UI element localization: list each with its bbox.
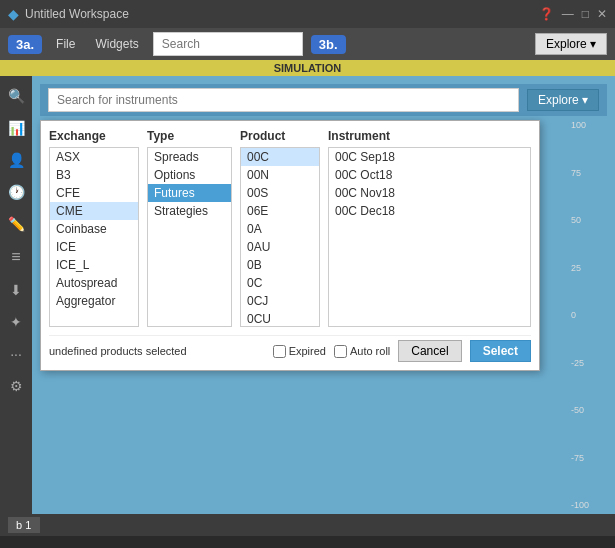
list-item[interactable]: 00C Dec18 — [329, 202, 530, 220]
product-list[interactable]: 00C 00N 00S 06E 0A 0AU 0B 0C 0CJ 0CU 0E — [240, 147, 320, 327]
y-axis: 100 75 50 25 0 -25 -50 -75 -100 — [571, 120, 611, 510]
list-item[interactable]: 00C Oct18 — [329, 166, 530, 184]
widgets-menu[interactable]: Widgets — [89, 33, 144, 55]
expired-label: Expired — [289, 345, 326, 357]
list-item[interactable]: 00C Sep18 — [329, 148, 530, 166]
y-label: 25 — [571, 263, 611, 273]
list-item[interactable]: Coinbase — [50, 220, 138, 238]
list-item[interactable]: B3 — [50, 166, 138, 184]
simulation-bar: SIMULATION — [0, 60, 615, 76]
list-item[interactable]: ASX — [50, 148, 138, 166]
app-logo: ◆ — [8, 6, 19, 22]
y-label: 0 — [571, 310, 611, 320]
type-header: Type — [147, 129, 232, 143]
tab-bar: b 1 — [0, 514, 615, 536]
sidebar-icon-user[interactable]: 👤 — [4, 148, 29, 172]
exchange-list[interactable]: ASX B3 CFE CME Coinbase ICE ICE_L Autosp… — [49, 147, 139, 327]
list-item[interactable]: 0AU — [241, 238, 319, 256]
sidebar-icon-more[interactable]: ··· — [6, 342, 26, 366]
dialog-columns: Exchange ASX B3 CFE CME Coinbase ICE ICE… — [49, 129, 531, 327]
explore-button[interactable]: Explore ▾ — [527, 89, 599, 111]
y-label: 100 — [571, 120, 611, 130]
list-item[interactable]: CME — [50, 202, 138, 220]
sidebar-icon-crosshair[interactable]: ✦ — [6, 310, 26, 334]
list-item[interactable]: 0CU — [241, 310, 319, 327]
list-item[interactable]: 00S — [241, 184, 319, 202]
sidebar-icon-clock[interactable]: 🕐 — [4, 180, 29, 204]
workspace-title: Untitled Workspace — [25, 7, 539, 21]
maximize-icon[interactable]: □ — [582, 7, 589, 21]
minimize-icon[interactable]: — — [562, 7, 574, 21]
list-item[interactable]: 0A — [241, 220, 319, 238]
list-item[interactable]: 00C — [241, 148, 319, 166]
search-instruments-input[interactable] — [48, 88, 519, 112]
y-label: 75 — [571, 168, 611, 178]
dialog-footer: undefined products selected Expired Auto… — [49, 335, 531, 362]
y-label: 50 — [571, 215, 611, 225]
y-label: -100 — [571, 500, 611, 510]
sidebar-icon-search[interactable]: 🔍 — [4, 84, 29, 108]
list-item[interactable]: Options — [148, 166, 231, 184]
file-menu[interactable]: File — [50, 33, 81, 55]
sidebar: 🔍 📊 👤 🕐 ✏️ ≡ ⬇ ✦ ··· ⚙ — [0, 76, 32, 514]
main-layout: 🔍 📊 👤 🕐 ✏️ ≡ ⬇ ✦ ··· ⚙ Explore ▾ Exchang… — [0, 76, 615, 514]
instrument-column: Instrument 00C Sep18 00C Oct18 00C Nov18… — [328, 129, 531, 327]
instrument-header: Instrument — [328, 129, 531, 143]
menu-search-input[interactable] — [153, 32, 303, 56]
annotation-3a: 3a. — [8, 35, 42, 54]
list-item[interactable]: Strategies — [148, 202, 231, 220]
list-item[interactable]: Aggregator — [50, 292, 138, 310]
exchange-column: Exchange ASX B3 CFE CME Coinbase ICE ICE… — [49, 129, 139, 327]
product-header: Product — [240, 129, 320, 143]
title-bar: ◆ Untitled Workspace ❓ — □ ✕ — [0, 0, 615, 28]
list-item[interactable]: Futures — [148, 184, 231, 202]
sidebar-icon-edit[interactable]: ✏️ — [4, 212, 29, 236]
y-label: -50 — [571, 405, 611, 415]
tab-b1[interactable]: b 1 — [8, 517, 40, 533]
status-text: undefined products selected — [49, 345, 265, 357]
instrument-list[interactable]: 00C Sep18 00C Oct18 00C Nov18 00C Dec18 — [328, 147, 531, 327]
close-icon[interactable]: ✕ — [597, 7, 607, 21]
content-area: Explore ▾ Exchange ASX B3 CFE CME Coinba… — [32, 76, 615, 514]
sidebar-icon-list[interactable]: ≡ — [7, 244, 24, 270]
cancel-button[interactable]: Cancel — [398, 340, 461, 362]
exchange-header: Exchange — [49, 129, 139, 143]
autoroll-checkbox-label[interactable]: Auto roll — [334, 345, 390, 358]
annotation-3b: 3b. — [311, 35, 346, 54]
sidebar-icon-settings[interactable]: ⚙ — [6, 374, 27, 398]
sidebar-icon-chart[interactable]: 📊 — [4, 116, 29, 140]
list-item[interactable]: CFE — [50, 184, 138, 202]
instrument-bar: Explore ▾ — [40, 84, 607, 116]
type-list[interactable]: Spreads Options Futures Strategies — [147, 147, 232, 327]
list-item[interactable]: 00C Nov18 — [329, 184, 530, 202]
list-item[interactable]: Spreads — [148, 148, 231, 166]
list-item[interactable]: 0CJ — [241, 292, 319, 310]
y-label: -75 — [571, 453, 611, 463]
instrument-dialog: Exchange ASX B3 CFE CME Coinbase ICE ICE… — [40, 120, 540, 371]
list-item[interactable]: 0C — [241, 274, 319, 292]
list-item[interactable]: Autospread — [50, 274, 138, 292]
autoroll-label: Auto roll — [350, 345, 390, 357]
window-controls: ❓ — □ ✕ — [539, 7, 607, 21]
product-column: Product 00C 00N 00S 06E 0A 0AU 0B 0C 0CJ… — [240, 129, 320, 327]
menu-explore-button[interactable]: Explore ▾ — [535, 33, 607, 55]
type-column: Type Spreads Options Futures Strategies — [147, 129, 232, 327]
autoroll-checkbox[interactable] — [334, 345, 347, 358]
expired-checkbox-label[interactable]: Expired — [273, 345, 326, 358]
list-item[interactable]: 00N — [241, 166, 319, 184]
list-item[interactable]: 0B — [241, 256, 319, 274]
y-label: -25 — [571, 358, 611, 368]
list-item[interactable]: ICE_L — [50, 256, 138, 274]
list-item[interactable]: ICE — [50, 238, 138, 256]
select-button[interactable]: Select — [470, 340, 531, 362]
help-icon[interactable]: ❓ — [539, 7, 554, 21]
menu-bar: 3a. File Widgets 3b. Explore ▾ — [0, 28, 615, 60]
expired-checkbox[interactable] — [273, 345, 286, 358]
sidebar-icon-download[interactable]: ⬇ — [6, 278, 26, 302]
list-item[interactable]: 06E — [241, 202, 319, 220]
